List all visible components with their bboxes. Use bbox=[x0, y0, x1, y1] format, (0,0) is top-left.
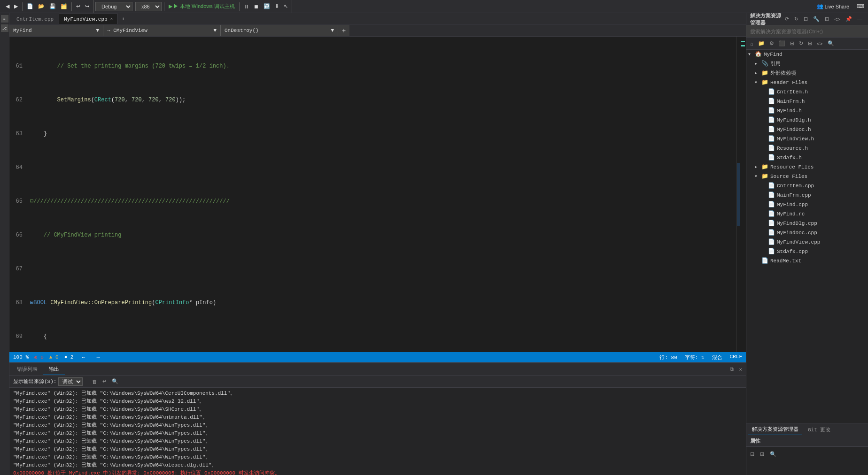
tree-item-myfindview-cpp[interactable]: 📄 MyFindView.cpp bbox=[746, 238, 868, 247]
output-source-select[interactable]: 调试 生成 bbox=[58, 377, 83, 386]
undo-btn[interactable]: ↩ bbox=[74, 1, 82, 12]
method-dropdown[interactable]: OnDestroy() ▼ bbox=[221, 25, 338, 36]
prop-btn-1[interactable]: ⊟ bbox=[748, 451, 756, 457]
se-tb-open[interactable]: 📁 bbox=[756, 40, 767, 46]
output-wrap-btn[interactable]: ↵ bbox=[101, 378, 108, 384]
scope-dropdown[interactable]: MyFind ▼ bbox=[9, 25, 103, 36]
toolbar-btn-3[interactable]: ↩️ bbox=[262, 1, 272, 12]
tree-item-myfinddoc-cpp[interactable]: 📄 MyFindDoc.cpp bbox=[746, 228, 868, 238]
se-tb-collapse-all[interactable]: ⊟ bbox=[788, 40, 796, 46]
method-arrow: ▼ bbox=[331, 28, 334, 33]
editor-tab-bar: CntrItem.cpp MyFindView.cpp × + bbox=[9, 13, 746, 24]
maximize-btn[interactable]: ⌨ bbox=[855, 1, 866, 12]
back-btn[interactable]: ◀ bbox=[4, 1, 11, 12]
forward-btn[interactable]: ▶ bbox=[12, 1, 20, 12]
se-tb-properties[interactable]: ⚙ bbox=[767, 40, 776, 46]
tree-item-myfindview-h[interactable]: 📄 MyFindView.h bbox=[746, 134, 868, 144]
scrollbar-markers[interactable] bbox=[740, 37, 746, 352]
toolbar-btn-5[interactable]: ↖ bbox=[282, 1, 290, 12]
se-close-btn[interactable]: — bbox=[855, 16, 864, 22]
tree-item-cntrlitem-h[interactable]: 📄 CntrItem.h bbox=[746, 87, 868, 97]
tree-item-myfind-h[interactable]: 📄 MyFind.h bbox=[746, 106, 868, 115]
live-share-btn[interactable]: 👥 Live Share bbox=[815, 1, 851, 12]
tree-item-refs[interactable]: ▶ 📎 引用 bbox=[746, 59, 868, 69]
platform-dropdown[interactable]: x86 x64 bbox=[135, 2, 162, 11]
tree-item-cntrlitem-cpp[interactable]: 📄 CntrItem.cpp bbox=[746, 181, 868, 191]
new-tab-btn[interactable]: + bbox=[120, 14, 126, 24]
myfindview-h-label: MyFindView.h bbox=[777, 134, 814, 144]
tree-item-ext-deps[interactable]: ▶ 📁 外部依赖项 bbox=[746, 69, 868, 78]
run-label: ▶ 本地 Windows 调试主机 bbox=[173, 3, 235, 10]
tab-myfindview-close[interactable]: × bbox=[110, 17, 113, 22]
panel-tab-errors[interactable]: 错误列表 bbox=[11, 364, 43, 375]
prop-btn-3[interactable]: 🔍 bbox=[768, 451, 778, 457]
se-tb-filter[interactable]: ⊞ bbox=[806, 40, 814, 46]
solution-tree[interactable]: ▼ 🏠 MyFind ▶ 📎 引用 ▶ 📁 外部依赖项 bbox=[746, 50, 868, 423]
se-props-btn[interactable]: 🔧 bbox=[811, 16, 822, 22]
git-btn[interactable]: ⎇ bbox=[1, 24, 8, 32]
nav-back-btn[interactable]: ← bbox=[79, 352, 88, 362]
prop-btn-2[interactable]: ⊞ bbox=[758, 451, 766, 457]
toolbar-btn-2[interactable]: ⏹ bbox=[252, 1, 261, 12]
run-icon: ▶ bbox=[169, 3, 172, 9]
se-tb-refresh[interactable]: ↻ bbox=[797, 40, 805, 46]
sep2 bbox=[71, 2, 72, 11]
minimap[interactable] bbox=[736, 37, 740, 352]
tab-cntrlitem[interactable]: CntrItem.cpp bbox=[11, 14, 59, 24]
tree-item-stdafx-h[interactable]: 📄 StdAfx.h bbox=[746, 153, 868, 162]
se-sync-btn[interactable]: ⟳ bbox=[783, 16, 791, 22]
method-label: OnDestroy() bbox=[225, 28, 259, 33]
tree-item-header-files[interactable]: ▼ 📁 Header Files bbox=[746, 78, 868, 87]
save-btn[interactable]: 💾 bbox=[47, 1, 58, 12]
code-editor[interactable]: 61 // Set the printing margins (720 twip… bbox=[9, 37, 736, 352]
se-collapse-btn[interactable]: ⊟ bbox=[802, 16, 810, 22]
tree-item-source-files[interactable]: ▼ 📁 Source Files bbox=[746, 172, 868, 181]
tree-item-myfind-rc[interactable]: 📄 MyFind.rc bbox=[746, 209, 868, 219]
tree-item-myfinddoc-h[interactable]: 📄 MyFindDoc.h bbox=[746, 125, 868, 134]
open-btn[interactable]: 📂 bbox=[36, 1, 46, 12]
redo-btn[interactable]: ↪ bbox=[83, 1, 91, 12]
add-nav-btn[interactable]: + bbox=[338, 25, 349, 36]
output-content[interactable]: "MyFind.exe" (Win32): 已加载 "C:\Windows\Sy… bbox=[9, 388, 746, 475]
solution-explorer-search[interactable] bbox=[746, 25, 868, 38]
se-filter-btn[interactable]: ⊞ bbox=[823, 16, 831, 22]
se-tb-home[interactable]: ⌂ bbox=[748, 41, 755, 46]
se-bottom-tab-se[interactable]: 解决方案资源管理器 bbox=[748, 424, 802, 435]
properties-panel: ⊟ ⊞ 🔍 bbox=[746, 447, 868, 475]
run-btn[interactable]: ▶ ▶ 本地 Windows 调试主机 bbox=[167, 1, 237, 12]
tree-item-myfinddlg-cpp[interactable]: 📄 MyFindDlg.cpp bbox=[746, 219, 868, 228]
panel-close-btn[interactable]: × bbox=[737, 366, 744, 372]
tree-item-myfinddlg-h[interactable]: 📄 MyFindDlg.h bbox=[746, 115, 868, 125]
tree-item-stdafx-cpp[interactable]: 📄 StdAfx.cpp bbox=[746, 247, 868, 256]
tree-item-mainfrm-h[interactable]: 📄 MainFrm.h bbox=[746, 97, 868, 106]
tab-myfindview[interactable]: MyFindView.cpp × bbox=[59, 14, 118, 24]
se-refresh-btn[interactable]: ↻ bbox=[792, 16, 800, 22]
se-bottom-tab-git[interactable]: Git 更改 bbox=[804, 424, 834, 435]
class-dropdown[interactable]: → CMyFindView ▼ bbox=[103, 25, 221, 36]
solution-explorer-btn[interactable]: ≡ bbox=[1, 15, 8, 23]
tree-item-mainfrm-cpp[interactable]: 📄 MainFrm.cpp bbox=[746, 191, 868, 200]
tree-solution-root[interactable]: ▼ 🏠 MyFind bbox=[746, 50, 868, 59]
se-pin-btn[interactable]: 📌 bbox=[844, 16, 854, 22]
output-line-6: "MyFind.exe" (Win32): 已加载 "C:\Windows\Sy… bbox=[13, 429, 742, 437]
se-tb-open-file[interactable]: 🔍 bbox=[826, 40, 836, 46]
source-files-label: Source Files bbox=[770, 172, 807, 181]
new-file-btn[interactable]: 📄 bbox=[25, 1, 35, 12]
tree-item-readme[interactable]: 📄 ReadMe.txt bbox=[746, 256, 868, 266]
tree-item-resource-h[interactable]: 📄 Resource.h bbox=[746, 144, 868, 153]
debug-config-dropdown[interactable]: Debug Release bbox=[95, 2, 132, 11]
se-tb-code[interactable]: <> bbox=[815, 41, 825, 46]
se-code-btn[interactable]: <> bbox=[832, 16, 842, 22]
tree-item-myfind-cpp[interactable]: 📄 MyFind.cpp bbox=[746, 200, 868, 209]
properties-toolbar: ⊟ ⊞ 🔍 bbox=[748, 449, 866, 459]
toolbar-btn-4[interactable]: ⬇ bbox=[273, 1, 281, 12]
output-clear-btn[interactable]: 🗑 bbox=[90, 378, 99, 384]
output-find-btn[interactable]: 🔍 bbox=[110, 378, 120, 384]
save-all-btn[interactable]: 🗂️ bbox=[59, 1, 69, 12]
panel-tab-output[interactable]: 输出 bbox=[43, 364, 65, 375]
se-tb-expand-all[interactable]: ⬛ bbox=[777, 40, 787, 46]
nav-fwd-btn[interactable]: → bbox=[93, 352, 102, 362]
tree-item-resource-files[interactable]: ▶ 📁 Resource Files bbox=[746, 162, 868, 172]
toolbar-btn-1[interactable]: ⏸ bbox=[242, 1, 251, 12]
panel-float-btn[interactable]: ⧉ bbox=[728, 366, 736, 372]
